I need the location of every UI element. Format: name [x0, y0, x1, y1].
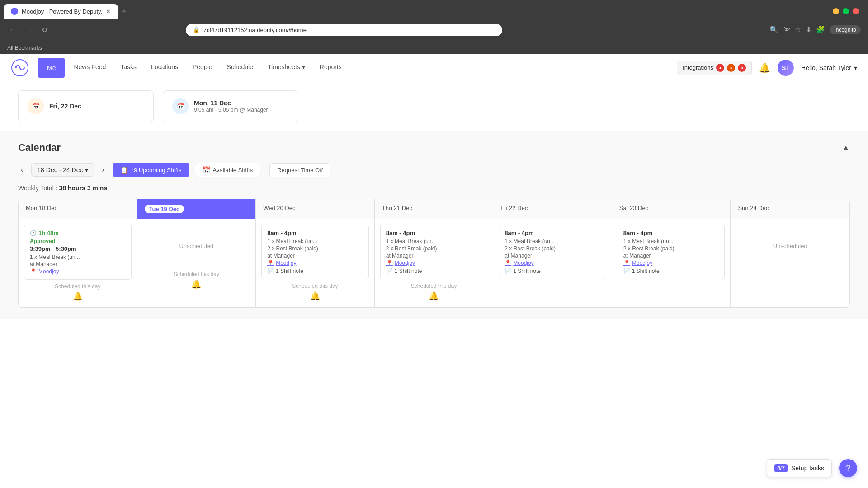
shift-time-fri: 8am - 4pm	[505, 230, 600, 236]
shift-at-thu: at Manager	[386, 253, 482, 259]
avatar: ST	[778, 60, 794, 76]
notification-bell[interactable]: 🔔	[759, 62, 770, 73]
shift-entry-wed[interactable]: 8am - 4pm 1 x Meal Break (un... 2 x Rest…	[261, 225, 369, 279]
integration-dot-3: 5	[738, 64, 746, 72]
weekly-total: Weekly Total : 38 hours 3 mins	[18, 184, 850, 192]
nav-locations[interactable]: Locations	[144, 54, 185, 81]
collapse-button[interactable]: ▲	[842, 143, 850, 153]
integrations-button[interactable]: Integrations ⬥ ⬥ 5	[677, 61, 752, 75]
nav-me[interactable]: Me	[38, 58, 65, 78]
tab-favicon	[11, 8, 18, 15]
shift-entry-fri[interactable]: 8am - 4pm 1 x Meal Break (un... 2 x Rest…	[499, 225, 606, 279]
shift-break2-wed: 2 x Rest Break (paid)	[267, 245, 363, 252]
date-range-picker[interactable]: 18 Dec - 24 Dec ▾	[31, 163, 94, 177]
shift-time-mon: 3:39pm - 5:30pm	[30, 245, 126, 252]
day-header-sat: Sat 23 Dec	[612, 199, 731, 219]
note-icon-wed: 📄	[267, 268, 274, 274]
back-button[interactable]: ←	[7, 24, 18, 36]
today-badge: Tue 19 Dec	[145, 205, 184, 213]
nav-people[interactable]: People	[185, 54, 220, 81]
shift-location-thu[interactable]: 📍 Moodjoy	[386, 260, 482, 266]
setup-tasks-label: Setup tasks	[791, 465, 824, 472]
calendar-title: Calendar	[18, 142, 61, 154]
cal-cell-wed: 8am - 4pm 1 x Meal Break (un... 2 x Rest…	[256, 219, 375, 307]
pin-icon-fri: 📍	[505, 260, 511, 266]
shift-location-sat[interactable]: 📍 Moodjoy	[623, 260, 719, 266]
shift-entry-mon[interactable]: 🕐 1h 48m Approved 3:39pm - 5:30pm 1 x Me…	[24, 225, 132, 280]
greeting-chevron-icon: ▾	[854, 64, 857, 71]
help-button[interactable]: ?	[839, 459, 857, 477]
shift-status-mon: Approved	[30, 238, 126, 244]
note-icon-fri: 📄	[505, 268, 511, 274]
shift-break2-sat: 2 x Rest Break (paid)	[623, 245, 719, 252]
calendar-section: Calendar ▲ ‹ 18 Dec - 24 Dec ▾ › 📋 19 Up…	[0, 131, 868, 319]
scheduled-label-mon: Scheduled this day	[24, 283, 132, 290]
integration-dot-2: ⬥	[727, 64, 735, 72]
nav-schedule[interactable]: Schedule	[220, 54, 260, 81]
window-maximize[interactable]	[843, 8, 849, 14]
browser-tab[interactable]: Moodjoy - Powered By Deputy. ✕	[4, 4, 118, 19]
date-range-text: 18 Dec - 24 Dec	[37, 166, 83, 174]
next-week-button[interactable]: ›	[99, 164, 107, 176]
new-tab-button[interactable]: +	[118, 5, 130, 18]
pin-icon-mon: 📍	[30, 268, 37, 275]
integrations-label: Integrations	[683, 64, 713, 71]
nav-tasks[interactable]: Tasks	[113, 54, 144, 81]
nav-timesheets[interactable]: Timesheets ▾	[260, 54, 312, 81]
reader-mode-icon[interactable]: 👁	[783, 25, 790, 34]
cal-cell-sun: Unscheduled	[731, 219, 849, 307]
prev-week-button[interactable]: ‹	[18, 164, 26, 176]
available-shifts-label: Available Shifts	[213, 167, 253, 174]
shift-location-mon[interactable]: 📍 Moodjoy	[30, 268, 126, 275]
day-header-thu: Thu 21 Dec	[375, 199, 494, 219]
nav-newsfeed[interactable]: News Feed	[66, 54, 113, 81]
shift-location-wed[interactable]: 📍 Moodjoy	[267, 260, 363, 266]
shift-card-fri[interactable]: 📅 Fri, 22 Dec	[18, 90, 154, 122]
app-logo[interactable]	[11, 59, 29, 77]
pin-icon-sat: 📍	[623, 260, 630, 266]
shift-at-sat: at Manager	[623, 253, 719, 259]
search-icon[interactable]: 🔍	[769, 25, 778, 34]
address-bar[interactable]: 🔒 7cf47d19112152.na.deputy.com/#home	[186, 24, 502, 36]
spinner-thu: 🔔	[380, 291, 488, 301]
refresh-button[interactable]: ↻	[40, 24, 49, 36]
shift-location-fri[interactable]: 📍 Moodjoy	[505, 260, 600, 266]
shift-break1-wed: 1 x Meal Break (un...	[267, 238, 363, 244]
scheduled-label-thu: Scheduled this day	[380, 283, 488, 289]
bookmarks-label[interactable]: All Bookmarks	[7, 45, 42, 51]
clock-icon: 🕐	[30, 230, 37, 236]
day-label-mon: Mon 18 Dec	[26, 205, 57, 211]
available-shifts-button[interactable]: 📅 Available Shifts	[195, 163, 261, 177]
bookmark-icon[interactable]: ☆	[795, 25, 801, 34]
forward-button[interactable]: →	[24, 24, 34, 36]
extensions-icon[interactable]: 🧩	[816, 25, 825, 34]
unscheduled-sun: Unscheduled	[736, 225, 844, 267]
download-icon[interactable]: ⬇	[806, 25, 811, 34]
weekly-total-value: 38 hours 3 mins	[59, 184, 108, 192]
shift-break2-thu: 2 x Rest Break (paid)	[386, 245, 482, 252]
tab-close-icon[interactable]: ✕	[106, 8, 111, 15]
upcoming-shifts-button[interactable]: 📋 19 Upcoming Shifts	[113, 163, 189, 177]
section-header: Calendar ▲	[18, 142, 850, 154]
setup-badge: 4/7	[774, 464, 788, 472]
nav-right: Integrations ⬥ ⬥ 5 🔔 ST Hello, Sarah Tyl…	[677, 60, 857, 76]
window-minimize[interactable]	[833, 8, 839, 14]
day-label-sat: Sat 23 Dec	[619, 205, 648, 211]
spinner-tue: 🔔	[143, 279, 250, 289]
day-header-sun: Sun 24 Dec	[731, 199, 849, 219]
setup-tasks-widget[interactable]: 4/7 Setup tasks	[767, 459, 832, 477]
user-greeting[interactable]: Hello, Sarah Tyler ▾	[801, 64, 857, 71]
calendar-icon: 📋	[120, 166, 128, 174]
cal-cell-mon: 🕐 1h 48m Approved 3:39pm - 5:30pm 1 x Me…	[19, 219, 137, 307]
calendar-grid: Mon 18 Dec Tue 19 Dec Wed 20 Dec Thu 21 …	[18, 199, 850, 308]
scheduled-footer-wed: Scheduled this day 🔔	[261, 283, 369, 301]
request-time-off-button[interactable]: Request Time Off	[269, 163, 330, 177]
shift-card-mon[interactable]: 📅 Mon, 11 Dec 9:05 am - 5:05 pm @ Manage…	[163, 90, 298, 122]
nav-reports[interactable]: Reports	[312, 54, 349, 81]
shift-entry-sat[interactable]: 8am - 4pm 1 x Meal Break (un... 2 x Rest…	[618, 225, 725, 279]
shift-break1-thu: 1 x Meal Break (un...	[386, 238, 482, 244]
window-close[interactable]	[853, 8, 859, 14]
cal-cell-tue: Unscheduled Scheduled this day 🔔	[137, 219, 256, 307]
shift-note-sat: 📄 1 Shift note	[623, 268, 719, 274]
shift-entry-thu[interactable]: 8am - 4pm 1 x Meal Break (un... 2 x Rest…	[380, 225, 488, 279]
